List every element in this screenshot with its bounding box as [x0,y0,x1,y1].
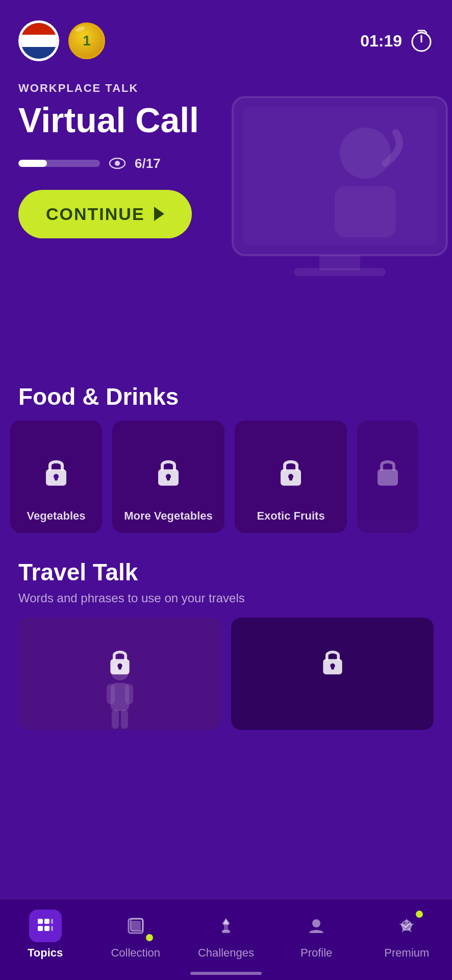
lock-icon [41,454,71,492]
travel-cards-row [18,618,434,730]
topics-icon-wrap [29,910,62,942]
premium-nav-label: Premium [384,946,429,960]
challenges-icon [217,917,235,935]
timer-value: 01:19 [360,32,402,51]
lock-icon [275,454,306,492]
svg-rect-41 [224,925,228,931]
lock-icon [318,645,347,680]
list-item[interactable]: Exotic Fruits [235,421,347,533]
svg-rect-30 [331,666,334,669]
svg-rect-36 [51,926,53,931]
lock-icon [106,645,134,680]
topics-nav-label: Topics [28,946,63,960]
eye-icon [109,158,125,169]
sidebar-item-profile[interactable]: Profile [286,910,347,960]
collection-icon-wrap [119,910,152,942]
svg-point-8 [115,161,120,166]
profile-icon-wrap [300,910,333,942]
svg-rect-4 [335,186,396,237]
card-label: More Vegetables [119,504,218,523]
svg-rect-24 [121,709,128,729]
timer-icon [409,29,434,53]
svg-rect-21 [107,684,115,704]
svg-rect-11 [55,477,58,481]
premium-icon-wrap [390,910,423,942]
top-bar-left: 1 [18,20,105,61]
home-indicator [190,972,262,975]
svg-rect-33 [38,926,43,931]
list-item[interactable] [357,421,418,533]
profile-nav-label: Profile [300,946,332,960]
premium-icon [397,917,416,935]
svg-rect-38 [131,921,141,931]
list-item[interactable] [18,618,221,730]
svg-rect-23 [112,709,119,729]
collection-nav-label: Collection [111,946,160,960]
travel-section: Travel Talk Words and phrases to use on … [0,548,452,730]
sidebar-item-collection[interactable]: Collection [105,910,166,960]
list-item[interactable] [231,618,434,730]
svg-point-42 [312,919,320,927]
food-section: Food & Drinks Vegetables [0,368,452,548]
play-icon [154,207,164,221]
travel-section-title: Travel Talk [18,558,434,586]
hero-title: Virtual Call [18,101,434,139]
challenges-icon-wrap [210,910,242,942]
badge-coin: 1 [68,22,105,59]
card-label: Vegetables [22,504,91,523]
list-item[interactable]: Vegetables [10,421,102,533]
food-cards-row: Vegetables More Vegetables [0,421,452,548]
bottom-nav: Topics Collection Challenges [0,899,452,980]
avatar[interactable] [18,20,59,61]
travel-section-subtitle: Words and phrases to use on your travels [18,591,434,605]
progress-text: 6/17 [135,156,161,172]
hero-section: WORKPLACE TALK Virtual Call 6/17 CONTINU… [0,71,452,368]
collection-icon [127,917,145,935]
sidebar-item-premium[interactable]: Premium [376,910,437,960]
sidebar-item-challenges[interactable]: Challenges [195,910,257,960]
list-item[interactable]: More Vegetables [112,421,224,533]
svg-rect-17 [289,477,292,481]
timer-area: 01:19 [360,29,434,53]
top-bar: 1 01:19 [0,0,452,71]
sidebar-item-topics[interactable]: Topics [15,910,76,960]
food-section-title: Food & Drinks [0,368,452,421]
challenges-nav-label: Challenges [198,946,254,960]
svg-rect-22 [125,684,133,704]
continue-button[interactable]: CONTINUE [18,190,192,238]
lock-icon [153,454,184,492]
svg-rect-18 [378,470,398,486]
progress-bar-background [18,160,100,167]
premium-dot [416,911,423,918]
collection-dot [146,934,153,941]
svg-rect-35 [51,919,53,924]
svg-rect-6 [294,268,386,276]
progress-bar-fill [18,160,47,167]
svg-rect-27 [118,666,121,669]
svg-rect-34 [44,926,49,931]
svg-rect-32 [44,919,49,924]
card-label: Exotic Fruits [252,504,330,523]
svg-rect-14 [167,477,170,481]
svg-rect-31 [38,919,43,924]
hero-category-label: WORKPLACE TALK [18,82,434,95]
profile-icon [307,917,325,935]
progress-row: 6/17 [18,156,434,172]
topics-icon [36,917,55,935]
lock-icon [372,454,403,492]
